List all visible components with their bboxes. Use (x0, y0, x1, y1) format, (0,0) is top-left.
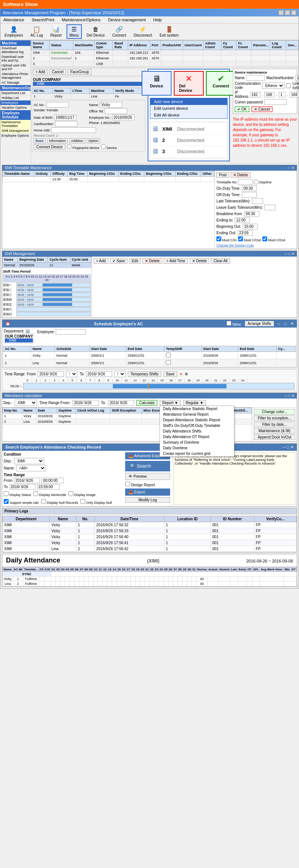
tt-mustcin-cb[interactable] (216, 236, 221, 241)
menu-edit-all-device[interactable]: Edit All device (150, 112, 227, 118)
menu-help[interactable]: Help (152, 17, 163, 22)
sch-tempshift-cb[interactable] (166, 360, 171, 365)
dm-comm-select[interactable]: Ethernet (262, 83, 284, 89)
toolbar-deldevice[interactable]: 🗑 Del Device (84, 25, 107, 38)
export-btn[interactable]: 📤 Export (125, 489, 170, 496)
dm-ip1[interactable] (250, 92, 261, 97)
tr-to-select[interactable]: 9/26 (114, 371, 126, 377)
table-row[interactable]: 3 USB (31, 61, 299, 67)
ac-dep-select[interactable]: XIMI (15, 400, 37, 406)
ac-regular-btn[interactable]: Regular ▼ (183, 400, 206, 406)
tab-addition[interactable]: Addition (69, 138, 85, 143)
dob-input[interactable] (54, 115, 77, 120)
search-minimize[interactable]: ─ (283, 445, 286, 449)
report-daily-statistic[interactable]: Daily Attendance Statistic Report (160, 406, 234, 412)
dm-ip3[interactable] (279, 92, 286, 97)
table-row[interactable]: Normal 2015/9/26 11 Week (3, 263, 92, 268)
table-row[interactable]: 1 Vicky Line Fe (32, 94, 145, 99)
preview-btn[interactable]: 👁 Preview (125, 473, 170, 480)
toolbar-connect[interactable]: 🔗 Connect (110, 25, 129, 38)
search-from-date[interactable] (14, 478, 40, 483)
panel-timetables[interactable]: Maintenance Timetables (0, 120, 31, 128)
del-device-big-btn[interactable]: ✕ Del Device (174, 71, 204, 96)
toolbar-menu[interactable]: ☰ Menu (67, 24, 82, 39)
panel-ac-manage[interactable]: AC Manage (0, 80, 31, 85)
maximize-button[interactable]: □ (285, 10, 290, 15)
report-timetable[interactable]: Staff's On-Duty/Off-Duty Timetable (160, 423, 234, 428)
report-general[interactable]: Attendance General Report (160, 412, 234, 417)
sch-tempshift-cb[interactable] (166, 353, 171, 357)
minimize-button[interactable]: ─ (278, 10, 284, 15)
panel-download-log[interactable]: Download attendance log (0, 46, 31, 55)
tr-settings-icon[interactable]: ⚙ (185, 372, 188, 376)
display-status-cb[interactable] (4, 491, 9, 496)
panel-upload-user[interactable]: Upload user info and FP (0, 63, 31, 72)
tr-temp-shifts-btn[interactable]: Temporary Shifts (128, 371, 161, 377)
dm-name-input[interactable] (246, 75, 265, 81)
design-report-cb[interactable] (226, 321, 231, 326)
table-row[interactable]: 2 Disconnected 1 Ethernet 192.168.201 43… (31, 56, 299, 61)
report-daily-ot[interactable]: Daily Attendance OT Report (160, 434, 234, 440)
support-simple-cb[interactable] (4, 499, 9, 504)
tt-onduty-input[interactable] (242, 186, 257, 191)
sch-close[interactable]: ✕ (290, 321, 294, 326)
panel-vacation[interactable]: Vacation Options (0, 105, 31, 110)
arrange-shifts-btn[interactable]: Arrange Shifts (245, 321, 274, 326)
shift-save-btn[interactable]: ✔ Save (110, 258, 128, 264)
card-input[interactable] (55, 121, 77, 127)
search-maximize[interactable]: □ (287, 445, 289, 449)
device-radio[interactable] (101, 144, 106, 149)
table-row[interactable]: XIMI Vicky 1 2016/9/26 17:56:41 1 001 FP (3, 540, 297, 546)
tr-x-btn[interactable]: ✕ (179, 372, 182, 376)
cancel-button[interactable]: Cancel (49, 69, 66, 75)
shift-deletetime-btn[interactable]: ✕ Delete (189, 258, 210, 264)
panel-employees[interactable]: Employees (0, 100, 31, 105)
search-close[interactable]: ✕ (290, 445, 294, 449)
sch-minimize[interactable]: ─ (278, 322, 281, 326)
tt-breakfrom-input[interactable] (244, 211, 259, 217)
dm-machineno-input[interactable] (295, 75, 299, 81)
timetable-close[interactable]: ✕ (292, 166, 295, 170)
shift-addtime-btn[interactable]: + Add Time (164, 258, 188, 264)
tt-post-btn[interactable]: Post (216, 172, 229, 178)
connect-device-btn[interactable]: Connect Device (34, 144, 65, 150)
menu-add-new-device[interactable]: Add new device (150, 98, 227, 105)
tt-breakto-input[interactable] (235, 217, 250, 223)
panel-employee-options[interactable]: Employee Options (0, 133, 31, 138)
table-row[interactable]: 1 Vicky Normal 2000/1/1 2599/12/31 2016/… (3, 352, 296, 359)
tr-to-date[interactable] (86, 371, 112, 377)
tt-mustcout-cb[interactable] (238, 236, 243, 241)
sch-maximize[interactable]: □ (284, 322, 287, 326)
report-depart-statistic[interactable]: Depart Attendance Statistic Report (160, 417, 234, 423)
table-row[interactable]: 2 Lina Normal 2000/1/1 2599/12/31 2016/9… (3, 359, 296, 367)
tab-basic[interactable]: Basic (34, 138, 46, 143)
shift-clearall-btn[interactable]: Clear All (211, 258, 230, 264)
dm-pass-input[interactable] (264, 99, 287, 105)
search-dep-select[interactable]: XIMI (14, 458, 44, 464)
timetable-minimize[interactable]: ─ (287, 166, 290, 170)
tr-save-btn[interactable]: Save (163, 371, 177, 377)
tt-endout-input[interactable] (238, 230, 253, 236)
close-button[interactable]: ✕ (291, 10, 296, 15)
table-row[interactable]: Vicky 1 Fulltime 40 (3, 577, 297, 582)
report-summary-ot[interactable]: Summary of Overtime (160, 440, 234, 445)
report-current-grid[interactable]: Create report for current grid (160, 451, 234, 456)
search-to-time[interactable] (37, 484, 59, 490)
search-to-date[interactable] (9, 484, 36, 490)
panel-download-user[interactable]: Download user info and Fp (0, 55, 31, 63)
device-big-btn[interactable]: 🖥 Device (142, 71, 172, 96)
toolbar-disconnect[interactable]: ⚡ Disconnect (131, 25, 154, 38)
ac-filter-date-btn[interactable]: Filter by date... (254, 422, 295, 427)
table-row[interactable]: XIMI Vicky 1 2016/9/26 17:56:32 1 001 FP (3, 522, 297, 528)
tt-begout-input[interactable] (243, 224, 258, 229)
table-row[interactable]: XIMI Vicky 1 2016/9/26 17:56:33 1 001 FP (3, 528, 297, 534)
ac-to-input[interactable] (108, 400, 134, 406)
ac-from-input[interactable] (73, 400, 99, 406)
panel-photo-mgmt[interactable]: Attendance Photo Management (0, 72, 31, 80)
dept-ximi[interactable]: XIMI (33, 82, 144, 86)
tt-late-input[interactable] (252, 198, 263, 204)
name-input[interactable] (100, 102, 122, 108)
shift-edit-btn[interactable]: Edit (129, 258, 141, 264)
ac-calculate-btn[interactable]: Calculate (136, 400, 157, 406)
dm-ok-button[interactable]: ✔ OK (235, 106, 249, 112)
